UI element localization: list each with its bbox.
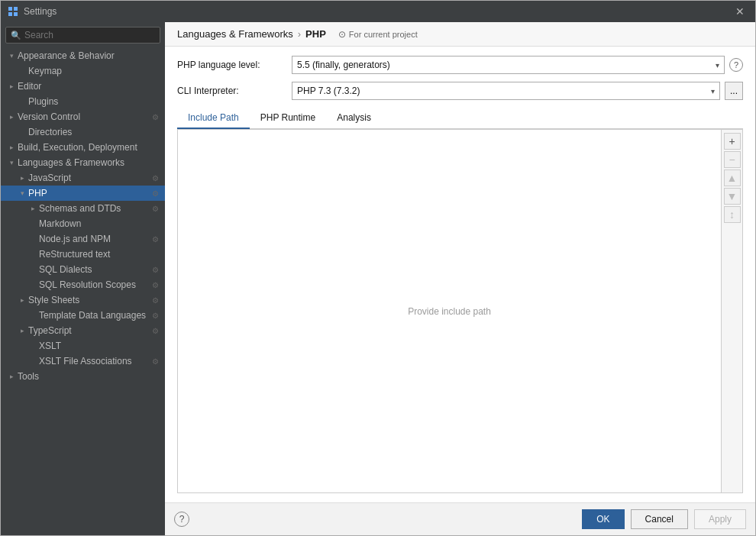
- tree-arrow-javascript: ▸: [18, 173, 27, 182]
- tree-spacer-restructured-text: [28, 250, 37, 259]
- cancel-button[interactable]: Cancel: [631, 509, 688, 529]
- breadcrumb-parent: Languages & Frameworks: [177, 28, 293, 40]
- tree-spacer-directories: [18, 128, 27, 137]
- sidebar-item-label-keymap: Keymap: [28, 66, 160, 76]
- toolbar-btn-up: ▲: [724, 170, 741, 186]
- sidebar-item-schemas-dtds[interactable]: ▸Schemas and DTDs⚙: [1, 201, 165, 216]
- more-button[interactable]: ...: [725, 82, 743, 100]
- main-panel: Languages & Frameworks › PHP ⊙ For curre…: [165, 22, 755, 535]
- tree-arrow-appearance: ▾: [7, 51, 16, 60]
- titlebar: Settings ✕: [1, 1, 755, 22]
- tree-spacer-plugins: [18, 97, 27, 106]
- language-level-value: 5.5 (finally, generators): [297, 60, 716, 70]
- language-level-help-button[interactable]: ?: [729, 58, 743, 72]
- sidebar-item-label-restructured-text: ReStructured text: [39, 249, 160, 260]
- sidebar-item-sql-resolution-scopes[interactable]: SQL Resolution Scopes⚙: [1, 277, 165, 292]
- tree-arrow-schemas-dtds: ▸: [28, 204, 37, 213]
- sidebar-item-languages-frameworks[interactable]: ▾Languages & Frameworks: [1, 155, 165, 170]
- sidebar-item-tools[interactable]: ▸Tools: [1, 369, 165, 384]
- sidebar-item-keymap[interactable]: Keymap: [1, 63, 165, 79]
- sidebar-item-label-nodejs-npm: Node.js and NPM: [39, 234, 150, 244]
- tree-arrow-typescript: ▸: [18, 326, 27, 335]
- sidebar-item-restructured-text[interactable]: ReStructured text: [1, 247, 165, 262]
- sidebar-item-plugins[interactable]: Plugins: [1, 94, 165, 109]
- breadcrumb: Languages & Frameworks › PHP ⊙ For curre…: [165, 22, 755, 47]
- sidebar-item-nodejs-npm[interactable]: Node.js and NPM⚙: [1, 231, 165, 247]
- help-button[interactable]: ?: [174, 512, 189, 527]
- sidebar-item-version-control[interactable]: ▸Version Control⚙: [1, 109, 165, 124]
- cli-dropdown-arrow-icon: ▾: [711, 87, 715, 95]
- language-level-row: PHP language level: 5.5 (finally, genera…: [177, 56, 743, 74]
- sidebar-tree: ▾Appearance & BehaviorKeymap▸EditorPlugi…: [1, 48, 165, 384]
- search-input[interactable]: [24, 30, 155, 40]
- sidebar-item-build-exec-deploy[interactable]: ▸Build, Execution, Deployment: [1, 140, 165, 155]
- svg-rect-1: [14, 7, 18, 11]
- config-icon-php: ⚙: [150, 188, 160, 199]
- sidebar-item-appearance[interactable]: ▾Appearance & Behavior: [1, 48, 165, 63]
- search-box: 🔍: [5, 27, 160, 44]
- include-path-placeholder: Provide include path: [408, 306, 491, 317]
- tree-spacer-template-data-languages: [28, 311, 37, 320]
- config-icon-sql-dialects: ⚙: [150, 264, 160, 275]
- sidebar-item-directories[interactable]: Directories: [1, 124, 165, 140]
- sidebar-item-label-version-control: Version Control: [18, 111, 150, 122]
- toolbar-btn-add[interactable]: +: [724, 133, 741, 150]
- sidebar-item-label-php: PHP: [28, 188, 150, 199]
- tab-php-runtime[interactable]: PHP Runtime: [250, 108, 326, 129]
- sidebar-item-label-build-exec-deploy: Build, Execution, Deployment: [18, 142, 160, 153]
- language-level-control: 5.5 (finally, generators) ▾ ?: [292, 56, 743, 74]
- config-icon-sql-resolution-scopes: ⚙: [150, 279, 160, 290]
- app-icon: [7, 5, 19, 18]
- sidebar-item-xslt[interactable]: XSLT: [1, 338, 165, 354]
- bottom-bar: ? OK Cancel Apply: [165, 502, 755, 535]
- sidebar-item-label-sql-resolution-scopes: SQL Resolution Scopes: [39, 279, 150, 290]
- sidebar-item-label-style-sheets: Style Sheets: [28, 295, 150, 305]
- tree-spacer-xslt: [28, 341, 37, 350]
- svg-rect-3: [14, 12, 18, 16]
- sidebar-item-javascript[interactable]: ▸JavaScript⚙: [1, 170, 165, 186]
- tree-spacer-sql-resolution-scopes: [28, 280, 37, 289]
- badge-icon: ⊙: [338, 29, 346, 40]
- bottom-buttons: OK Cancel Apply: [582, 509, 746, 529]
- apply-button[interactable]: Apply: [694, 509, 746, 529]
- sidebar-item-markdown[interactable]: Markdown: [1, 216, 165, 231]
- config-icon-typescript: ⚙: [150, 325, 160, 336]
- cli-interpreter-label: CLI Interpreter:: [177, 86, 292, 96]
- toolbar-btn-down: ▼: [724, 188, 741, 205]
- sidebar-item-label-sql-dialects: SQL Dialects: [39, 264, 150, 275]
- sidebar-item-label-javascript: JavaScript: [28, 173, 150, 183]
- close-button[interactable]: ✕: [731, 4, 749, 19]
- sidebar-item-editor[interactable]: ▸Editor: [1, 79, 165, 94]
- settings-window: Settings ✕ 🔍 ▾Appearance & BehaviorKeyma…: [0, 0, 756, 536]
- ok-button[interactable]: OK: [582, 509, 624, 529]
- cli-interpreter-dropdown[interactable]: PHP 7.3 (7.3.2) ▾: [292, 82, 720, 100]
- svg-rect-2: [8, 12, 12, 16]
- sidebar-item-typescript[interactable]: ▸TypeScript⚙: [1, 323, 165, 338]
- language-level-dropdown[interactable]: 5.5 (finally, generators) ▾: [292, 56, 725, 74]
- dropdown-arrow-icon: ▾: [716, 61, 719, 69]
- sidebar-item-style-sheets[interactable]: ▸Style Sheets⚙: [1, 292, 165, 308]
- sidebar-item-label-directories: Directories: [28, 127, 160, 137]
- include-path-area: Provide include path +−▲▼↕: [177, 129, 743, 493]
- toolbar-btn-sort: ↕: [724, 206, 741, 223]
- tab-analysis[interactable]: Analysis: [326, 108, 382, 129]
- sidebar-item-label-xslt: XSLT: [39, 341, 160, 351]
- tab-include-path[interactable]: Include Path: [177, 108, 250, 129]
- sidebar-item-label-typescript: TypeScript: [28, 325, 150, 336]
- settings-content: PHP language level: 5.5 (finally, genera…: [165, 47, 755, 502]
- include-path-toolbar: +−▲▼↕: [721, 130, 742, 492]
- sidebar-item-label-tools: Tools: [18, 371, 160, 382]
- cli-interpreter-value: PHP 7.3 (7.3.2): [297, 86, 711, 96]
- sidebar-item-sql-dialects[interactable]: SQL Dialects⚙: [1, 262, 165, 277]
- search-icon: 🔍: [11, 31, 21, 40]
- tree-arrow-style-sheets: ▸: [18, 295, 27, 305]
- tree-spacer-keymap: [18, 66, 27, 76]
- sidebar-item-template-data-languages[interactable]: Template Data Languages⚙: [1, 308, 165, 323]
- config-icon-style-sheets: ⚙: [150, 295, 160, 305]
- svg-rect-0: [8, 7, 12, 11]
- config-icon-schemas-dtds: ⚙: [150, 203, 160, 214]
- sidebar-item-php[interactable]: ▾PHP⚙: [1, 186, 165, 201]
- sidebar-item-xslt-file-assoc[interactable]: XSLT File Associations⚙: [1, 354, 165, 369]
- language-level-label: PHP language level:: [177, 60, 292, 70]
- tree-arrow-php: ▾: [18, 189, 27, 198]
